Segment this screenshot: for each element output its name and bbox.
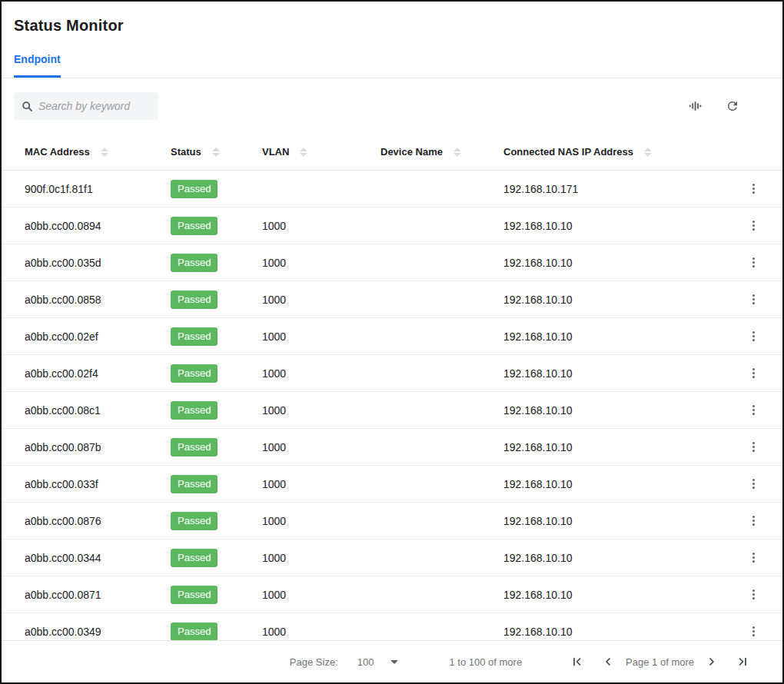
row-actions-menu-button[interactable] (748, 254, 759, 271)
cell-status: Passed (171, 475, 262, 493)
next-page-button[interactable] (704, 654, 719, 669)
column-header-status[interactable]: Status (171, 146, 262, 158)
kebab-menu-icon (752, 221, 755, 231)
cell-mac-address: a0bb.cc00.033f (25, 478, 171, 490)
table-row: a0bb.cc00.087b Passed 1000 192.168.10.10 (2, 429, 782, 466)
column-header-device-name[interactable]: Device Name (380, 146, 503, 158)
row-actions-menu-button[interactable] (748, 586, 759, 603)
cell-connected-nas-ip: 192.168.10.10 (503, 257, 736, 269)
cell-status: Passed (171, 401, 262, 420)
kebab-menu-icon (752, 442, 755, 452)
last-page-button[interactable] (735, 654, 750, 669)
search-box[interactable] (14, 92, 158, 120)
column-header-vlan[interactable]: VLAN (262, 146, 380, 158)
column-header-label: Device Name (380, 146, 443, 158)
kebab-menu-icon (752, 553, 755, 563)
table-row: a0bb.cc00.033f Passed 1000 192.168.10.10 (2, 466, 782, 503)
cell-vlan: 1000 (262, 257, 380, 269)
previous-page-button[interactable] (600, 654, 616, 669)
cell-vlan: 1000 (262, 367, 380, 380)
column-header-connected-nas-ip[interactable]: Connected NAS IP Address (503, 146, 736, 158)
status-badge: Passed (171, 291, 218, 309)
cell-vlan: 1000 (262, 478, 380, 490)
cell-mac-address: a0bb.cc00.035d (25, 257, 171, 269)
cell-status: Passed (171, 254, 262, 272)
cell-vlan: 1000 (262, 589, 380, 601)
table-row: a0bb.cc00.0858 Passed 1000 192.168.10.10 (2, 281, 782, 318)
status-badge: Passed (171, 364, 218, 383)
row-actions-menu-button[interactable] (748, 365, 759, 381)
cell-status: Passed (171, 438, 262, 457)
cell-vlan: 1000 (262, 330, 380, 343)
cell-connected-nas-ip: 192.168.10.10 (503, 404, 736, 417)
column-header-label: Connected NAS IP Address (503, 146, 633, 158)
status-badge: Passed (171, 475, 218, 493)
status-badge: Passed (171, 512, 218, 530)
pager: Page 1 of more (570, 654, 750, 669)
row-actions-menu-button[interactable] (748, 181, 759, 197)
cell-connected-nas-ip: 192.168.10.171 (503, 183, 736, 195)
cell-status: Passed (171, 180, 262, 198)
next-page-icon (706, 656, 718, 668)
cell-connected-nas-ip: 192.168.10.10 (503, 589, 736, 601)
cell-mac-address: a0bb.cc00.0894 (25, 220, 171, 232)
row-actions-menu-button[interactable] (748, 328, 759, 344)
cell-status: Passed (171, 364, 262, 383)
kebab-menu-icon (752, 626, 755, 636)
cell-vlan: 1000 (262, 294, 380, 306)
row-actions-menu-button[interactable] (748, 476, 759, 492)
first-page-icon (571, 656, 583, 668)
row-actions-menu-button[interactable] (748, 550, 759, 566)
cell-mac-address: a0bb.cc00.0871 (25, 589, 171, 601)
tab-bar: Endpoint (2, 51, 782, 78)
kebab-menu-icon (752, 257, 755, 267)
cell-connected-nas-ip: 192.168.10.10 (503, 220, 736, 232)
row-actions-menu-button[interactable] (748, 402, 759, 418)
kebab-menu-icon (752, 331, 755, 341)
kebab-menu-icon (752, 479, 755, 489)
kebab-menu-icon (752, 294, 755, 304)
table-body: 900f.0c1f.81f1 Passed 192.168.10.171 a0b… (2, 171, 782, 640)
cell-mac-address: a0bb.cc00.0876 (25, 515, 171, 527)
kebab-menu-icon (752, 516, 755, 526)
titlebar: Status Monitor (2, 2, 782, 35)
sort-icon (101, 148, 108, 157)
cell-vlan: 1000 (262, 220, 380, 232)
sort-icon (453, 148, 461, 157)
status-badge: Passed (171, 254, 218, 272)
cell-status: Passed (171, 217, 262, 235)
tab-endpoint[interactable]: Endpoint (14, 51, 61, 78)
row-actions-menu-button[interactable] (748, 513, 759, 529)
first-page-button[interactable] (570, 654, 585, 669)
cell-connected-nas-ip: 192.168.10.10 (503, 478, 736, 490)
status-badge: Passed (171, 623, 218, 641)
row-actions-menu-button[interactable] (748, 623, 759, 639)
table-row: a0bb.cc00.035d Passed 1000 192.168.10.10 (2, 244, 782, 281)
refresh-button[interactable] (724, 98, 741, 115)
column-settings-button[interactable] (686, 98, 703, 115)
search-input[interactable] (38, 100, 151, 112)
table-row: a0bb.cc00.0349 Passed 1000 192.168.10.10 (2, 613, 782, 640)
sort-icon (212, 148, 220, 157)
status-badge: Passed (171, 586, 218, 604)
column-header-label: Status (171, 146, 201, 158)
cell-status: Passed (171, 586, 262, 604)
page-title: Status Monitor (14, 15, 770, 35)
row-actions-menu-button[interactable] (748, 291, 759, 307)
row-actions-menu-button[interactable] (748, 439, 759, 455)
status-monitor-page: Status Monitor Endpoint (0, 0, 784, 684)
cell-status: Passed (171, 291, 262, 309)
cell-status: Passed (171, 327, 262, 346)
table-row: 900f.0c1f.81f1 Passed 192.168.10.171 (2, 171, 782, 208)
row-actions-menu-button[interactable] (748, 217, 759, 234)
page-size-select[interactable]: Page Size: 100 (290, 656, 399, 668)
column-header-mac-address[interactable]: MAC Address (25, 146, 171, 158)
cell-vlan: 1000 (262, 626, 380, 638)
table-row: a0bb.cc00.0344 Passed 1000 192.168.10.10 (2, 540, 782, 576)
cell-connected-nas-ip: 192.168.10.10 (503, 330, 736, 343)
cell-vlan: 1000 (262, 441, 380, 453)
cell-mac-address: a0bb.cc00.08c1 (25, 404, 171, 417)
cell-connected-nas-ip: 192.168.10.10 (503, 515, 736, 527)
cell-mac-address: a0bb.cc00.0349 (25, 626, 171, 638)
cell-status: Passed (171, 512, 262, 530)
